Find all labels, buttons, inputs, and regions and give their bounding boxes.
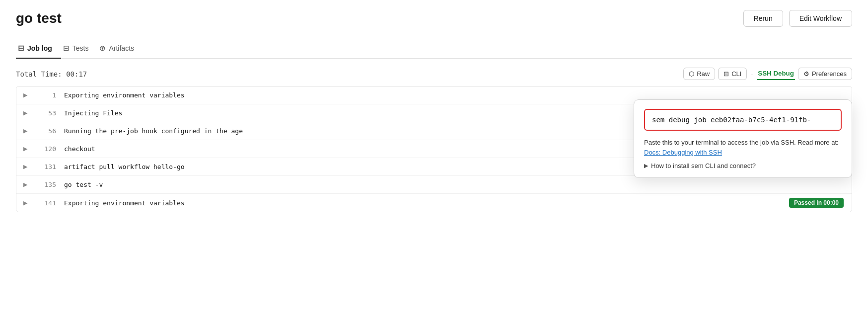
rerun-button[interactable]: Rerun — [743, 10, 783, 27]
cli-label: CLI — [731, 70, 741, 78]
row-expand-3[interactable]: ▶ — [16, 128, 34, 134]
raw-icon: ⬡ — [689, 70, 694, 78]
ssh-faq[interactable]: ▶ How to install sem CLI and connect? — [644, 162, 842, 169]
cli-button[interactable]: ⊟ CLI — [718, 68, 747, 80]
line-num-5: 131 — [34, 163, 64, 170]
artifacts-icon: ⊛ — [99, 44, 106, 53]
row-expand-1[interactable]: ▶ — [16, 92, 34, 98]
tab-job-log-label: Job log — [27, 44, 52, 52]
preferences-button[interactable]: ⚙ Preferences — [798, 68, 852, 80]
ssh-docs-link[interactable]: Docs: Debugging with SSH — [644, 149, 722, 156]
line-num-2: 53 — [34, 109, 64, 117]
faq-label: How to install sem CLI and connect? — [651, 162, 756, 169]
row-expand-5[interactable]: ▶ — [16, 164, 34, 170]
line-num-3: 56 — [34, 127, 64, 135]
ssh-desc-text: Paste this to your terminal to access th… — [644, 139, 839, 146]
toolbar-row: Total Time: 00:17 ⬡ Raw ⊟ CLI · SSH Debu… — [16, 68, 852, 80]
table-row: ▶ 141 Exporting environment variables Pa… — [16, 194, 852, 212]
edit-workflow-button[interactable]: Edit Workflow — [789, 10, 852, 27]
separator: · — [751, 70, 753, 78]
ssh-description: Paste this to your terminal to access th… — [644, 138, 842, 157]
table-row: ▶ 135 go test -v — [16, 176, 852, 194]
job-log-icon: ⊟ — [18, 44, 24, 53]
ssh-debug-label: SSH Debug — [758, 70, 794, 77]
total-time-label: Total Time: — [16, 70, 62, 78]
header: go test Rerun Edit Workflow — [16, 10, 852, 27]
total-time-value: 00:17 — [66, 70, 87, 78]
page-title: go test — [16, 10, 62, 26]
faq-arrow-icon: ▶ — [644, 163, 648, 169]
line-num-7: 141 — [34, 199, 64, 207]
tab-tests[interactable]: ⊟ Tests — [61, 39, 98, 59]
tab-job-log[interactable]: ⊟ Job log — [16, 39, 61, 59]
total-time: Total Time: 00:17 — [16, 70, 87, 78]
ssh-debug-button[interactable]: SSH Debug — [757, 68, 795, 80]
line-num-4: 120 — [34, 145, 64, 153]
row-expand-2[interactable]: ▶ — [16, 110, 34, 116]
tab-tests-label: Tests — [72, 44, 89, 52]
tab-artifacts[interactable]: ⊛ Artifacts — [97, 39, 143, 59]
ssh-debug-popup: sem debug job eeb02faa-b7c5-4ef1-91fb- P… — [634, 99, 852, 178]
cli-icon: ⊟ — [723, 70, 729, 78]
row-expand-7[interactable]: ▶ — [16, 200, 34, 206]
row-expand-6[interactable]: ▶ — [16, 181, 34, 188]
tests-icon: ⊟ — [63, 44, 70, 53]
header-actions: Rerun Edit Workflow — [743, 10, 852, 27]
tab-artifacts-label: Artifacts — [109, 44, 134, 52]
toolbar-actions: ⬡ Raw ⊟ CLI · SSH Debug ⚙ Preferences — [683, 68, 852, 80]
log-text-7: Exporting environment variables — [64, 195, 789, 211]
raw-label: Raw — [697, 70, 710, 78]
preferences-label: Preferences — [812, 70, 847, 78]
log-text-6: go test -v — [64, 177, 852, 192]
tabs: ⊟ Job log ⊟ Tests ⊛ Artifacts — [16, 39, 852, 59]
line-num-1: 1 — [34, 91, 64, 99]
passed-badge: Passed in 00:00 — [789, 198, 844, 208]
line-num-6: 135 — [34, 181, 64, 188]
page: go test Rerun Edit Workflow ⊟ Job log ⊟ … — [0, 0, 868, 336]
ssh-command-box[interactable]: sem debug job eeb02faa-b7c5-4ef1-91fb- — [644, 109, 842, 131]
raw-button[interactable]: ⬡ Raw — [683, 68, 715, 80]
row-expand-4[interactable]: ▶ — [16, 146, 34, 152]
preferences-icon: ⚙ — [803, 70, 809, 78]
